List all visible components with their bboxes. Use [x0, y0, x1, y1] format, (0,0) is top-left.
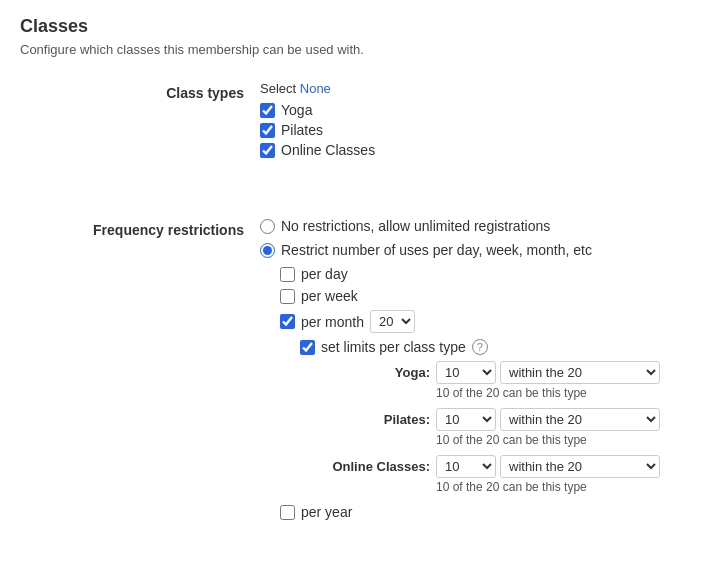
- page-title: Classes: [20, 16, 88, 36]
- pilates-limit-label: Pilates:: [320, 408, 430, 427]
- per-week-label: per week: [301, 288, 358, 304]
- class-types-label: Class types: [20, 81, 260, 101]
- pilates-selects-row: 1234 5678 9101520 within the 20 within t…: [436, 408, 660, 431]
- yoga-limit-label: Yoga:: [320, 361, 430, 380]
- online-classes-label: Online Classes: [281, 142, 375, 158]
- select-links: Select None: [260, 81, 375, 96]
- yoga-count-select[interactable]: 1234 5678 9101520: [436, 361, 496, 384]
- per-day-checkbox[interactable]: [280, 267, 295, 282]
- frequency-row: Frequency restrictions No restrictions, …: [20, 218, 706, 554]
- online-selects-row: 1234 5678 9101520 within the 20 within t…: [436, 455, 660, 478]
- online-classes-checkbox-item: Online Classes: [260, 142, 375, 158]
- yoga-checkbox[interactable]: [260, 103, 275, 118]
- pilates-limit-row: Pilates: 1234 5678 9101520 within the 20: [320, 408, 660, 447]
- per-year-item: per year: [280, 504, 660, 520]
- yoga-label: Yoga: [281, 102, 312, 118]
- online-limit-selects: 1234 5678 9101520 within the 20 within t…: [436, 455, 660, 494]
- classes-form: Classes Configure which classes this mem…: [20, 16, 706, 554]
- per-week-checkbox[interactable]: [280, 289, 295, 304]
- pilates-count-select[interactable]: 1234 5678 9101520: [436, 408, 496, 431]
- yoga-period-select[interactable]: within the 20 within the 10 within the 5: [500, 361, 660, 384]
- frequency-label: Frequency restrictions: [20, 218, 260, 238]
- per-day-label: per day: [301, 266, 348, 282]
- page-subtitle: Configure which classes this membership …: [20, 42, 364, 57]
- class-type-limits: Yoga: 1234 5678 9101520 within the 20: [320, 361, 660, 494]
- yoga-checkbox-item: Yoga: [260, 102, 375, 118]
- restrict-radio[interactable]: [260, 243, 275, 258]
- online-limit-label: Online Classes:: [320, 455, 430, 474]
- per-month-label: per month: [301, 314, 364, 330]
- yoga-hint: 10 of the 20 can be this type: [436, 386, 660, 400]
- pilates-hint: 10 of the 20 can be this type: [436, 433, 660, 447]
- pilates-checkbox[interactable]: [260, 123, 275, 138]
- no-restrictions-label: No restrictions, allow unlimited registr…: [281, 218, 550, 234]
- per-day-item: per day: [280, 266, 660, 282]
- online-classes-checkbox[interactable]: [260, 143, 275, 158]
- help-icon: ?: [472, 339, 488, 355]
- per-year-label: per year: [301, 504, 352, 520]
- restrict-sub-options: per day per week per month 1234 5678 910…: [280, 266, 660, 520]
- online-hint: 10 of the 20 can be this type: [436, 480, 660, 494]
- per-year-checkbox[interactable]: [280, 505, 295, 520]
- online-count-select[interactable]: 1234 5678 9101520: [436, 455, 496, 478]
- restrict-radio-item: Restrict number of uses per day, week, m…: [260, 242, 660, 258]
- no-restrictions-radio-item: No restrictions, allow unlimited registr…: [260, 218, 660, 234]
- class-types-row: Class types Select None Yoga Pilates Onl…: [20, 81, 706, 218]
- online-limit-row: Online Classes: 1234 5678 9101520 within…: [320, 455, 660, 494]
- select-none-link[interactable]: None: [300, 81, 331, 96]
- pilates-label: Pilates: [281, 122, 323, 138]
- pilates-limit-selects: 1234 5678 9101520 within the 20 within t…: [436, 408, 660, 447]
- online-period-select[interactable]: within the 20 within the 10 within the 5: [500, 455, 660, 478]
- class-types-content: Select None Yoga Pilates Online Classes: [260, 81, 375, 190]
- pilates-checkbox-item: Pilates: [260, 122, 375, 138]
- per-month-checkbox[interactable]: [280, 314, 295, 329]
- restrict-label: Restrict number of uses per day, week, m…: [281, 242, 592, 258]
- pilates-period-select[interactable]: within the 20 within the 10 within the 5: [500, 408, 660, 431]
- per-month-item: per month 1234 5678 9101520 2530: [280, 310, 660, 333]
- yoga-limit-row: Yoga: 1234 5678 9101520 within the 20: [320, 361, 660, 400]
- per-week-item: per week: [280, 288, 660, 304]
- no-restrictions-radio[interactable]: [260, 219, 275, 234]
- yoga-limit-selects: 1234 5678 9101520 within the 20 within t…: [436, 361, 660, 400]
- set-limits-item: set limits per class type ?: [300, 339, 660, 355]
- yoga-selects-row: 1234 5678 9101520 within the 20 within t…: [436, 361, 660, 384]
- frequency-content: No restrictions, allow unlimited registr…: [260, 218, 660, 554]
- set-limits-checkbox[interactable]: [300, 340, 315, 355]
- set-limits-label: set limits per class type: [321, 339, 466, 355]
- per-month-select[interactable]: 1234 5678 9101520 2530: [370, 310, 415, 333]
